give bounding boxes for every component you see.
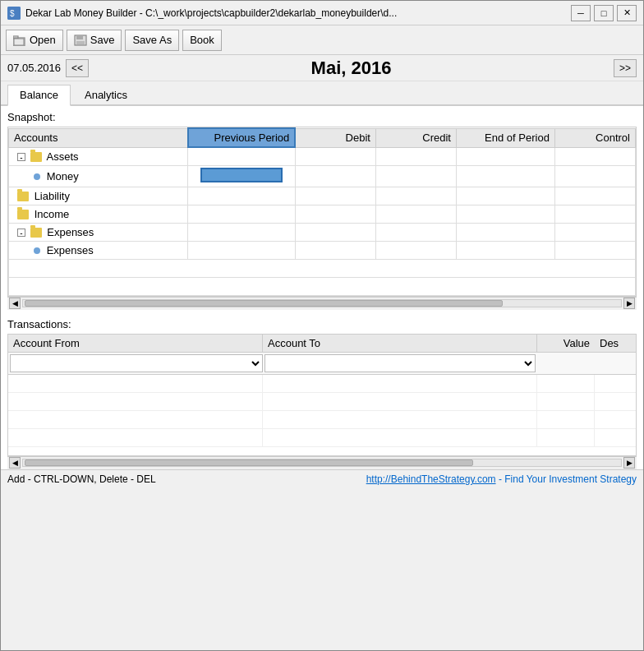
expenses-group-debit [295,223,375,241]
trans-scroll-thumb[interactable] [25,459,473,466]
open-button[interactable]: Open [6,30,63,51]
expenses-item-eop [456,241,554,259]
dot-icon [34,247,40,254]
expenses-item-label: Expenses [47,244,94,256]
money-input-cell[interactable] [200,168,283,182]
folder-icon [17,192,29,201]
book-button[interactable]: Book [182,30,222,51]
row-expenses-item-name: Expenses [9,241,188,259]
trans-scroll-track[interactable] [22,459,622,467]
table-row: Liability [9,187,636,205]
account-from-label: Account From [13,337,80,349]
folder-icon [30,152,42,162]
account-from-dropdown-container [10,354,263,372]
expand-icon[interactable]: - [17,229,25,237]
assets-control [554,147,635,165]
maximize-button[interactable]: □ [594,5,614,21]
expenses-item-credit [375,241,456,259]
money-previous[interactable] [188,165,296,187]
next-month-button[interactable]: >> [614,59,637,77]
scroll-right-arrow[interactable]: ▶ [623,298,635,309]
toolbar: Open Save Save As Book [1,25,643,55]
expand-icon[interactable]: - [17,153,25,161]
col-credit[interactable]: Credit [375,128,456,147]
trans-cell [263,429,537,446]
trans-row-2 [8,393,636,411]
money-control [554,165,635,187]
svg-rect-7 [76,41,85,44]
save-as-button[interactable]: Save As [125,30,179,51]
row-money-name: Money [9,165,188,187]
status-bar: Add - CTRL-DOWN, Delete - DEL http://Beh… [1,469,643,489]
table-row: - Assets [9,147,636,165]
scroll-left-arrow[interactable]: ◀ [9,298,21,309]
trans-scroll-left-arrow[interactable]: ◀ [9,457,21,469]
tab-balance[interactable]: Balance [7,85,71,106]
transactions-body [7,374,637,456]
save-icon [74,35,87,46]
income-debit [295,205,375,223]
svg-text:$: $ [10,9,15,18]
row-income-name: Income [9,205,188,223]
trans-cell [263,393,537,410]
trans-cell [595,375,636,392]
value-header: Value [537,335,595,352]
footer-text: - Find Your Investment Strategy [499,473,637,485]
trans-cell [595,429,636,446]
tabs-bar: Balance Analytics [1,81,643,106]
money-label: Money [47,170,79,182]
col-end-of-period[interactable]: End of Period [456,128,554,147]
table-row: - Expenses [9,223,636,241]
transactions-label: Transactions: [7,318,637,330]
minimize-button[interactable]: ─ [571,5,591,21]
col-accounts[interactable]: Accounts [9,128,188,147]
transactions-header: Account From Account To Value Des [7,334,637,352]
liability-label: Liability [34,190,70,202]
main-content: Snapshot: Accounts Previous Period Debit… [1,106,643,315]
dropdown-row [7,352,637,374]
svg-rect-4 [14,39,24,45]
save-as-label: Save As [132,34,172,46]
trans-cell [537,393,595,410]
title-bar: $ Dekar Lab Money Builder - C:\_work\pro… [1,1,643,25]
trans-cell [537,429,595,446]
folder-icon [30,228,42,238]
row-expenses-group-name: - Expenses [9,223,188,241]
trans-cell [8,411,263,428]
table-row: Expenses [9,241,636,259]
col-debit[interactable]: Debit [295,128,375,147]
transactions-section: Transactions: Account From Account To Va… [1,315,643,469]
liability-previous [188,187,296,205]
account-to-select[interactable] [265,355,535,372]
account-to-header: Account To [263,335,537,352]
snapshot-table-wrapper: Accounts Previous Period Debit Credit En… [7,127,637,297]
current-date: 07.05.2016 [7,62,61,74]
prev-month-button[interactable]: << [66,59,89,77]
scroll-track[interactable] [22,299,622,307]
save-button[interactable]: Save [67,30,122,51]
snapshot-scrollbar: ◀ ▶ [7,297,637,310]
row-liability-name: Liability [9,187,188,205]
income-previous [188,205,296,223]
trans-row-4 [8,429,636,447]
scroll-thumb[interactable] [25,300,503,307]
trans-cell [263,375,537,392]
col-previous-period[interactable]: Previous Period [188,128,296,147]
trans-scroll-right-arrow[interactable]: ▶ [623,457,635,469]
account-from-select[interactable] [11,355,262,372]
trans-row-3 [8,411,636,429]
col-control[interactable]: Control [554,128,635,147]
trans-cell [595,411,636,428]
svg-rect-6 [76,35,83,39]
month-title: Mai, 2016 [89,58,614,79]
trans-cell [595,393,636,410]
liability-debit [295,187,375,205]
close-button[interactable]: ✕ [617,5,637,21]
trans-cell [537,375,595,392]
footer-link: http://BehindTheStrategy.com - Find Your… [156,473,637,485]
liability-control [554,187,635,205]
footer-url[interactable]: http://BehindTheStrategy.com [366,473,496,485]
money-eop [456,165,554,187]
account-to-dropdown-container [264,354,536,372]
tab-analytics[interactable]: Analytics [72,85,140,104]
